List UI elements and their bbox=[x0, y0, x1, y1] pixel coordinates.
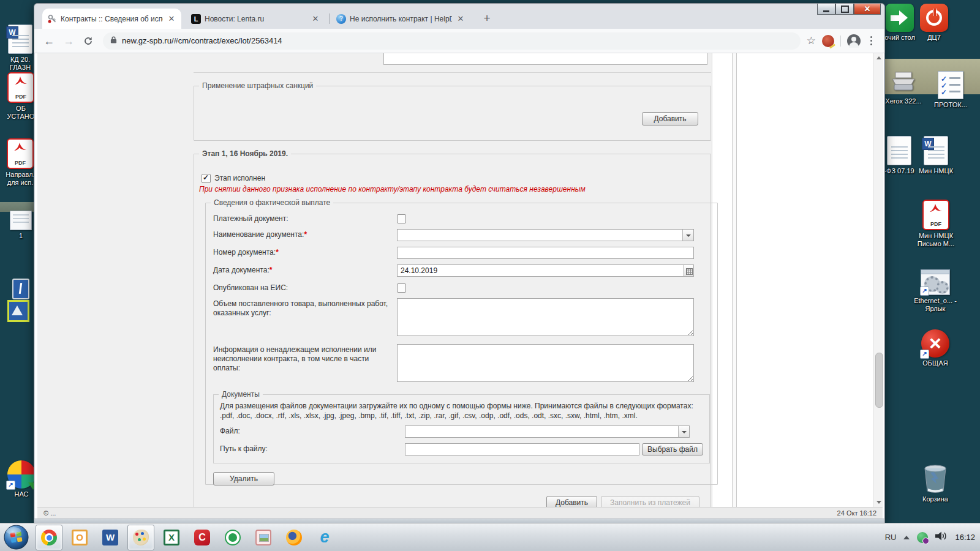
browser-window: Контракты :: Сведения об испол ✕ L Новос… bbox=[34, 3, 885, 525]
cutoff-input[interactable] bbox=[383, 53, 707, 65]
volume-textarea[interactable] bbox=[397, 298, 694, 336]
documents-hint: Для размещения файлов документации загру… bbox=[214, 399, 709, 425]
desktop-icon-nas[interactable]: ↗ НАС bbox=[5, 460, 38, 498]
desktop-icon-protokol[interactable]: ✓✓✓ ПРОТОК... bbox=[929, 71, 973, 109]
word-doc-icon: W bbox=[8, 24, 32, 54]
checklist-icon: ✓✓✓ bbox=[938, 71, 963, 99]
desktop-icon-ob-ustano[interactable]: PDF ОБ УСТАНО bbox=[4, 72, 38, 121]
desktop-icon-ethernet[interactable]: ↗ Ethernet_o... - Ярлык bbox=[911, 269, 959, 313]
taskbar-green-app-button[interactable] bbox=[219, 525, 246, 550]
paint-icon bbox=[133, 530, 149, 545]
green-arrow-icon bbox=[886, 4, 914, 32]
doc-icon bbox=[887, 136, 911, 165]
desktop-icon-min-nmck[interactable]: W Мин НМЦК bbox=[915, 136, 957, 175]
error-icon: ×↗ bbox=[921, 329, 949, 358]
field-row-doc-name: Наименование документа:* bbox=[213, 229, 710, 241]
clock[interactable]: 16:12 bbox=[955, 533, 975, 542]
desktop-icon-xerox[interactable]: Xerox 322... bbox=[884, 71, 922, 105]
penalties-add-button[interactable]: Добавить bbox=[642, 112, 698, 126]
calendar-icon[interactable] bbox=[684, 264, 694, 277]
desktop-icon-rabochiy-stol[interactable]: очий стол bbox=[882, 4, 918, 42]
close-tab-icon[interactable]: ✕ bbox=[311, 14, 320, 23]
menu-dots-icon[interactable] bbox=[867, 35, 876, 47]
toolbar-right: ☆ bbox=[807, 34, 878, 48]
improper-info-textarea[interactable] bbox=[397, 344, 694, 382]
show-hidden-icons[interactable] bbox=[903, 536, 910, 539]
window-icon bbox=[10, 211, 32, 230]
stage-fieldset: Этап 1, 16 Ноябрь 2019. Этап исполнен Пр… bbox=[194, 149, 711, 508]
back-button[interactable]: ← bbox=[40, 32, 58, 50]
extension-seal-icon[interactable] bbox=[822, 35, 834, 47]
maximize-button[interactable] bbox=[835, 4, 854, 15]
taskbar-paint-button[interactable] bbox=[127, 525, 154, 550]
file-select[interactable] bbox=[405, 425, 690, 438]
close-window-button[interactable]: ✕ bbox=[854, 4, 881, 15]
pdf-icon: PDF bbox=[922, 200, 949, 230]
internet-explorer-icon: e bbox=[317, 530, 333, 545]
desktop-icon-1[interactable]: 1 bbox=[6, 211, 36, 240]
new-tab-button[interactable]: + bbox=[479, 11, 495, 27]
antivirus-tray-icon[interactable] bbox=[917, 532, 928, 543]
taskbar-ie-button[interactable]: e bbox=[311, 525, 338, 550]
vertical-scrollbar[interactable] bbox=[873, 53, 883, 507]
field-row-payment-doc: Платежный документ: bbox=[213, 213, 710, 223]
file-path-input[interactable] bbox=[405, 443, 639, 455]
start-button[interactable] bbox=[4, 525, 29, 550]
scroll-up-arrow[interactable] bbox=[874, 53, 883, 62]
desktop-icon-recycle-bin[interactable]: Корзина bbox=[916, 464, 954, 503]
taskbar-photo-viewer-button[interactable] bbox=[250, 525, 277, 550]
forward-button[interactable]: → bbox=[60, 32, 77, 50]
doc-number-input[interactable] bbox=[397, 247, 694, 259]
choose-file-button[interactable]: Выбрать файл bbox=[642, 443, 703, 455]
word-doc-icon: W bbox=[924, 136, 948, 165]
tab-contracts[interactable]: Контракты :: Сведения об испол ✕ bbox=[42, 9, 181, 29]
desktop-icon-dc7[interactable]: ДЦ7 bbox=[916, 4, 952, 42]
doc-date-input[interactable]: 24.10.2019 bbox=[397, 264, 684, 277]
key-icon bbox=[47, 14, 57, 24]
outlook-icon: O bbox=[72, 530, 88, 545]
language-indicator[interactable]: RU bbox=[885, 533, 897, 542]
stage-done-row: Этап исполнен bbox=[202, 173, 265, 183]
payment-doc-checkbox[interactable] bbox=[397, 214, 406, 223]
copyright-text: © ... bbox=[43, 509, 56, 517]
taskbar-chrome-button[interactable] bbox=[36, 525, 62, 550]
pane-splitter[interactable] bbox=[732, 53, 737, 507]
tab-lenta[interactable]: L Новости: Lenta.ru ✕ bbox=[186, 9, 325, 29]
close-tab-icon[interactable]: ✕ bbox=[456, 14, 466, 23]
bookmark-star-icon[interactable]: ☆ bbox=[807, 34, 816, 47]
documents-fieldset: Документы Для размещения файлов документ… bbox=[213, 390, 710, 463]
firefox-icon bbox=[286, 530, 302, 545]
desktop-icon-obschaya[interactable]: ×↗ ОБЩАЯ bbox=[915, 329, 956, 367]
scrollbar-thumb[interactable] bbox=[875, 353, 883, 408]
taskbar-consultant-button[interactable]: C bbox=[189, 525, 216, 550]
content-column: Применение штрафных санкций Добавить Эта… bbox=[37, 53, 712, 507]
stage-done-checkbox[interactable] bbox=[202, 174, 211, 183]
desktop-icon-napravl[interactable]: PDF Направл. для исп. bbox=[2, 138, 38, 187]
volume-icon[interactable] bbox=[935, 531, 948, 543]
taskbar-excel-button[interactable]: X bbox=[158, 525, 185, 550]
field-row-file: Файл: bbox=[220, 425, 703, 438]
taskbar-outlook-button[interactable]: O bbox=[66, 525, 93, 550]
tab-helpdesk[interactable]: ? Не исполнить контракт | HelpDe ✕ bbox=[331, 9, 470, 29]
green-app-icon bbox=[225, 530, 241, 545]
recycle-bin-icon bbox=[922, 464, 949, 493]
word-icon: W bbox=[102, 530, 118, 545]
published-eis-checkbox[interactable] bbox=[397, 283, 406, 293]
taskbar-firefox-button[interactable] bbox=[281, 525, 307, 550]
lenta-icon: L bbox=[191, 14, 201, 24]
doc-name-select[interactable] bbox=[397, 229, 694, 241]
desktop-icon-min-nmck-pismo[interactable]: PDF Мин НМЦК Письмо М... bbox=[914, 200, 958, 248]
desktop-icon-kd-glazn[interactable]: W КД 20. ГЛАЗН bbox=[4, 24, 37, 72]
field-row-volume: Объем поставленного товара, выполненных … bbox=[213, 298, 710, 339]
taskbar-word-button[interactable]: W bbox=[97, 525, 124, 550]
delete-button[interactable]: Удалить bbox=[213, 472, 274, 485]
minimize-button[interactable] bbox=[817, 4, 835, 15]
desktop: W КД 20. ГЛАЗН PDF ОБ УСТАНО PDF Направл… bbox=[0, 0, 980, 551]
profile-avatar[interactable] bbox=[847, 34, 861, 48]
reload-button[interactable] bbox=[80, 32, 97, 50]
scroll-down-arrow[interactable] bbox=[874, 498, 883, 507]
close-tab-icon[interactable]: ✕ bbox=[167, 14, 176, 23]
browser-toolbar: ← → new.gz-spb.ru/#cm/contract/exec/lot/… bbox=[34, 29, 884, 53]
address-bar[interactable]: new.gz-spb.ru/#cm/contract/exec/lot/2563… bbox=[103, 32, 801, 50]
desktop-icon-fz-0719[interactable]: -ФЗ 07.19 bbox=[882, 136, 916, 175]
